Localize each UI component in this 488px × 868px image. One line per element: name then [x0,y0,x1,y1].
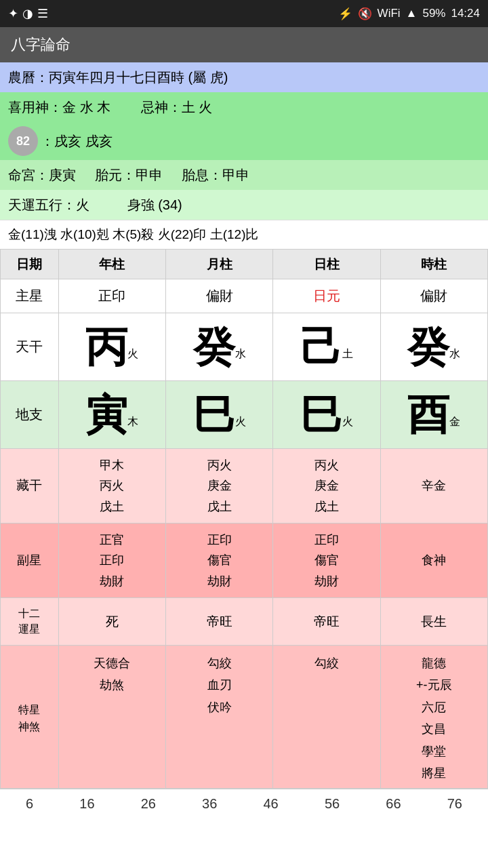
lunar-info-text: 農曆：丙寅年四月十七日酉時 (屬 虎) [8,70,228,85]
tiangan-hour-element: 水 [449,347,460,359]
title-bar: 八字論命 [0,27,488,62]
bluetooth-icon: ⚡ [338,7,352,21]
bazi-table: 日期 年柱 月柱 日柱 時柱 主星 正印 偏財 日元 偏財 天干 丙火 癸水 己… [0,249,488,789]
score-row: 82 ：戌亥 戌亥 [0,122,488,160]
fuxing-day: 正印 傷官 劫財 [273,524,380,598]
footer-num-6: 66 [386,796,401,812]
minggong-text: 命宮：庚寅 [8,167,76,182]
footer-num-1: 16 [79,796,94,812]
header-year: 年柱 [58,250,165,279]
tiangan-year-char: 丙 [85,323,127,370]
battery-label: 59% [422,7,445,20]
status-bar: ✦ ◑ ☰ ⚡ 🔇 WiFi ▲ 59% 14:24 [0,0,488,27]
texing-label: 特星 神煞 [1,646,59,789]
header-hour: 時柱 [380,250,487,279]
dizhi-month: 巳火 [165,381,272,449]
menu-icon: ☰ [37,6,48,21]
footer-num-0: 6 [26,796,33,812]
minggong-row: 命宮：庚寅 胎元：甲申 胎息：甲申 [0,160,488,190]
yunxing-hour: 長生 [380,598,487,646]
time-label: 14:24 [451,7,480,20]
fuxing-hour: 食神 [380,524,487,598]
yunxing-day: 帝旺 [273,598,380,646]
tianyun-text: 天運五行：火 [8,197,89,212]
signal-icon: ▲ [406,7,418,20]
tianyun-row: 天運五行：火 身強 (34) [0,190,488,220]
tiangan-day: 己土 [273,313,380,381]
zhuxing-year: 正印 [58,279,165,313]
status-left-icons: ✦ ◑ ☰ [8,6,48,21]
tiangan-year: 丙火 [58,313,165,381]
dizhi-day-char: 巳 [300,391,342,438]
fuxing-year: 正官 正印 劫財 [58,524,165,598]
app-title: 八字論命 [11,35,70,55]
yunxing-label: 十二 運星 [1,598,59,646]
footer-nums: 6 16 26 36 46 56 66 76 [0,789,488,818]
mute-icon: 🔇 [358,7,372,21]
dizhi-year-char: 寅 [85,391,127,438]
xiyong-text: 喜用神：金 水 木 [8,100,110,115]
header-day: 日柱 [273,250,380,279]
score-badge: 82 [8,126,38,156]
header-month: 月柱 [165,250,272,279]
dizhi-hour-char: 酉 [407,391,449,438]
tiangan-hour: 癸水 [380,313,487,381]
tiangan-day-element: 土 [342,347,353,359]
dizhi-day-element: 火 [342,415,353,427]
dizhi-label: 地支 [1,381,59,449]
zanggan-row: 藏干 甲木 丙火 戊土 丙火 庚金 戊土 丙火 庚金 戊土 辛金 [1,449,488,524]
wifi-icon: WiFi [378,7,401,20]
tiangan-label: 天干 [1,313,59,381]
jie-text: ：戌亥 戌亥 [41,132,113,151]
jishen-text: 忌神：土 火 [141,100,213,115]
taixi-text: 胎息：甲申 [182,167,249,182]
tiangan-month: 癸水 [165,313,272,381]
zanggan-hour: 辛金 [380,449,487,524]
fuxing-month: 正印 傷官 劫財 [165,524,272,598]
tiangan-row: 天干 丙火 癸水 己土 癸水 [1,313,488,381]
elements-row: 金(11)洩 水(10)剋 木(5)殺 火(22)印 土(12)比 [0,220,488,249]
yunxing-row: 十二 運星 死 帝旺 帝旺 長生 [1,598,488,646]
status-right-info: ⚡ 🔇 WiFi ▲ 59% 14:24 [338,7,480,21]
dizhi-day: 巳火 [273,381,380,449]
tiangan-month-element: 水 [235,347,246,359]
zanggan-day: 丙火 庚金 戊土 [273,449,380,524]
texing-day: 勾絞 [273,646,380,789]
elements-text: 金(11)洩 水(10)剋 木(5)殺 火(22)印 土(12)比 [8,227,259,241]
tiangan-year-element: 火 [127,347,138,359]
texing-hour: 龍德 +-元辰 六厄 文昌 學堂 將星 [380,646,487,789]
xiyong-row: 喜用神：金 水 木 忌神：土 火 [0,92,488,122]
star-icon: ✦ [8,6,18,21]
dizhi-month-char: 巳 [193,391,235,438]
texing-year: 天德合 劫煞 [58,646,165,789]
shenqiang-text: 身強 (34) [127,197,182,212]
zanggan-month: 丙火 庚金 戊土 [165,449,272,524]
tiangan-hour-char: 癸 [407,323,449,370]
dizhi-row: 地支 寅木 巳火 巳火 酉金 [1,381,488,449]
dizhi-hour: 酉金 [380,381,487,449]
zhuxing-label: 主星 [1,279,59,313]
zhuxing-row: 主星 正印 偏財 日元 偏財 [1,279,488,313]
dizhi-hour-element: 金 [449,415,460,427]
dizhi-month-element: 火 [235,415,246,427]
circle-icon: ◑ [22,6,33,21]
zhuxing-day: 日元 [273,279,380,313]
fuxing-label: 副星 [1,524,59,598]
yunxing-month: 帝旺 [165,598,272,646]
zanggan-year: 甲木 丙火 戊土 [58,449,165,524]
table-header-row: 日期 年柱 月柱 日柱 時柱 [1,250,488,279]
texing-month: 勾絞 血刃 伏吟 [165,646,272,789]
footer-num-7: 76 [447,796,462,812]
texing-row: 特星 神煞 天德合 劫煞 勾絞 血刃 伏吟 勾絞 龍德 +-元辰 六厄 文昌 學… [1,646,488,789]
footer-num-3: 36 [202,796,217,812]
lunar-info-row: 農曆：丙寅年四月十七日酉時 (屬 虎) [0,62,488,92]
zhuxing-hour: 偏財 [380,279,487,313]
footer-num-4: 46 [264,796,279,812]
zanggan-label: 藏干 [1,449,59,524]
yunxing-year: 死 [58,598,165,646]
dizhi-year-element: 木 [127,415,138,427]
footer-num-5: 56 [325,796,340,812]
fuxing-row: 副星 正官 正印 劫財 正印 傷官 劫財 正印 傷官 劫財 食神 [1,524,488,598]
taiyuan-text: 胎元：甲申 [95,167,163,182]
header-label: 日期 [1,250,59,279]
